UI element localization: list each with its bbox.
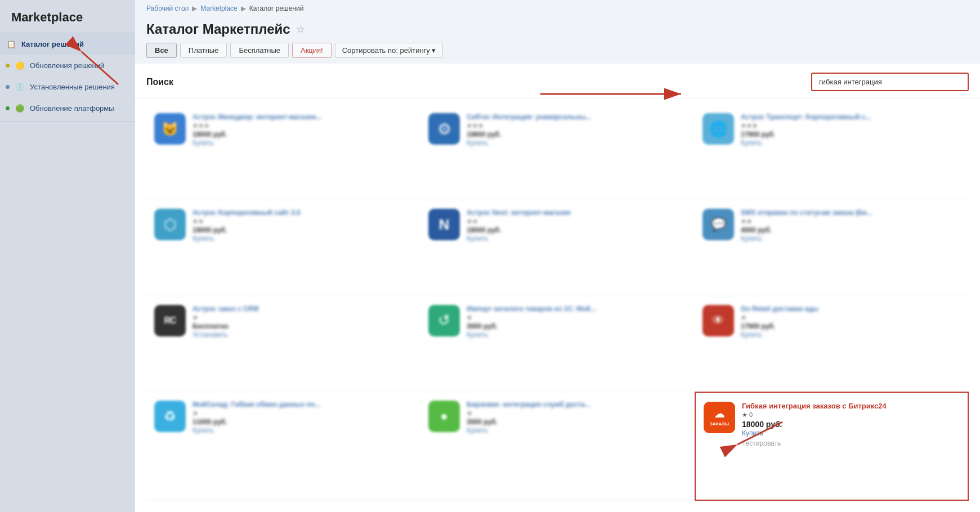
product-icon-5: N	[428, 209, 460, 240]
product-action-3[interactable]: Купить	[741, 139, 961, 147]
product-icon-10: ♻	[154, 401, 186, 432]
highlighted-icon-label: ЗАКАЗЫ	[710, 421, 729, 426]
updates-dot	[6, 64, 10, 68]
product-info-11: Бирзовик: интеграция служб доста... ★ 30…	[467, 401, 687, 434]
content-area: Поиск 😺 Астрос Менеджер: интернет-магази…	[135, 64, 980, 512]
product-icon-3: 🌐	[702, 113, 734, 145]
product-card-2[interactable]: ⚙ Сибтес Интеграция: универсальны... ★★★…	[420, 104, 695, 200]
sidebar-item-catalog[interactable]: 📋 Каталог решений	[0, 33, 135, 55]
highlighted-product-test[interactable]: Тестировать	[742, 439, 960, 447]
catalog-icon: 📋	[6, 38, 17, 50]
product-action-8[interactable]: Купить	[467, 331, 687, 339]
product-rating-6: ★★	[741, 218, 961, 225]
filter-promo-button[interactable]: Акция!	[292, 43, 332, 58]
product-card-1[interactable]: 😺 Астрос Менеджер: интернет-магазин... ★…	[146, 104, 420, 200]
product-info-3: Астрос Транспорт: Корпоративный с... ★★★…	[741, 113, 961, 147]
product-action-7[interactable]: Установить	[193, 331, 413, 339]
product-icon-7: RC	[154, 305, 186, 336]
product-card-3[interactable]: 🌐 Астрос Транспорт: Корпоративный с... ★…	[695, 104, 969, 200]
product-price-2: 19800 руб.	[467, 131, 687, 138]
product-action-11[interactable]: Купить	[467, 426, 687, 434]
main-content: Рабочий стол ▶ Marketplace ▶ Каталог реш…	[135, 0, 980, 512]
product-icon-8: ↺	[428, 305, 460, 336]
product-card-11[interactable]: ● Бирзовик: интеграция служб доста... ★ …	[420, 392, 695, 501]
product-info-9: Go Retail доставка еды ★ 17900 руб. Купи…	[741, 305, 961, 339]
product-action-6[interactable]: Купить	[741, 235, 961, 242]
sidebar: Marketplace 📋 Каталог решений 🟡 Обновлен…	[0, 0, 135, 512]
product-name-5: Астрос Next: интернет-магазин	[467, 209, 687, 217]
product-card-8[interactable]: ↺ Импорт каталога товаров из 1С: Мой... …	[420, 296, 695, 392]
product-rating-11: ★	[467, 410, 687, 417]
product-name-10: МойСклад: Гибкая обмен данных по...	[193, 401, 413, 408]
platform-icon: 🟢	[14, 102, 25, 114]
product-name-7: Астрос заказ с CRM	[193, 305, 413, 313]
highlighted-product-buy[interactable]: Купить	[742, 429, 960, 437]
sidebar-item-updates[interactable]: 🟡 Обновления решений	[0, 55, 135, 76]
product-card-5[interactable]: N Астрос Next: интернет-магазин ★★ 18000…	[420, 200, 695, 295]
sort-dropdown[interactable]: Сортировать по: рейтингу ▾	[335, 43, 444, 58]
product-card-9[interactable]: 👁 Go Retail доставка еды ★ 17900 руб. Ку…	[695, 296, 969, 392]
product-icon-4: ⬡	[154, 209, 186, 240]
product-price-6: 4000 руб.	[741, 226, 961, 234]
product-card-6[interactable]: 💬 SMS отправка по статусам заказа (Би...…	[695, 200, 969, 295]
product-icon-9: 👁	[702, 305, 734, 336]
breadcrumb: Рабочий стол ▶ Marketplace ▶ Каталог реш…	[135, 0, 980, 17]
product-action-9[interactable]: Купить	[741, 331, 961, 339]
sidebar-item-installed-label: Установленные решения	[30, 83, 115, 91]
product-action-4[interactable]: Купить	[193, 235, 413, 242]
product-name-11: Бирзовик: интеграция служб доста...	[467, 401, 687, 408]
product-info-7: Астрос заказ с CRM ★ Бесплатно Установит…	[193, 305, 413, 339]
sidebar-item-installed[interactable]: 💿 Установленные решения	[0, 76, 135, 97]
product-action-2[interactable]: Купить	[467, 139, 687, 147]
sidebar-item-platform-label: Обновление платформы	[30, 104, 114, 113]
product-card-10[interactable]: ♻ МойСклад: Гибкая обмен данных по... ★ …	[146, 392, 420, 501]
breadcrumb-current: Каталог решений	[249, 5, 304, 12]
product-name-4: Астрос Корпоративный сайт 3.0	[193, 209, 413, 217]
breadcrumb-sep1: ▶	[192, 5, 197, 12]
products-grid: 😺 Астрос Менеджер: интернет-магазин... ★…	[135, 98, 980, 512]
product-action-10[interactable]: Купить	[193, 426, 413, 434]
search-input[interactable]	[811, 73, 969, 91]
product-icon-2: ⚙	[428, 113, 460, 145]
sidebar-item-updates-label: Обновления решений	[30, 61, 104, 70]
highlighted-product-icon: ☁ ЗАКАЗЫ	[704, 402, 735, 433]
product-name-9: Go Retail доставка еды	[741, 305, 961, 313]
breadcrumb-marketplace[interactable]: Marketplace	[200, 5, 237, 12]
product-name-1: Астрос Менеджер: интернет-магазин...	[193, 113, 413, 121]
product-price-4: 18000 руб.	[193, 226, 413, 234]
search-label: Поиск	[146, 77, 173, 87]
product-icon-11: ●	[428, 401, 460, 432]
product-info-10: МойСклад: Гибкая обмен данных по... ★ 11…	[193, 401, 413, 434]
search-section: Поиск	[135, 64, 980, 98]
product-rating-8: ★	[467, 314, 687, 321]
sidebar-separator	[0, 121, 135, 122]
product-rating-9: ★	[741, 314, 961, 321]
platform-dot	[6, 106, 10, 110]
filter-all-button[interactable]: Все	[146, 43, 177, 58]
product-rating-4: ★★	[193, 218, 413, 225]
product-price-5: 18000 руб.	[467, 226, 687, 234]
filter-paid-button[interactable]: Платные	[180, 43, 227, 58]
product-action-5[interactable]: Купить	[467, 235, 687, 242]
highlighted-product-rating: ★ 0	[742, 411, 960, 419]
installed-dot	[6, 85, 10, 89]
product-action-1[interactable]: Купить	[193, 139, 413, 147]
product-price-1: 18000 руб.	[193, 131, 413, 138]
breadcrumb-home[interactable]: Рабочий стол	[146, 5, 189, 12]
breadcrumb-sep2: ▶	[241, 5, 246, 12]
product-price-3: 17900 руб.	[741, 131, 961, 138]
product-rating-5: ★★	[467, 218, 687, 225]
product-card-7[interactable]: RC Астрос заказ с CRM ★ Бесплатно Устано…	[146, 296, 420, 392]
product-price-8: 3000 руб.	[467, 322, 687, 330]
sidebar-item-platform[interactable]: 🟢 Обновление платформы	[0, 97, 135, 119]
filter-free-button[interactable]: Бесплатные	[230, 43, 289, 58]
installed-icon: 💿	[14, 81, 25, 92]
product-icon-1: 😺	[154, 113, 186, 145]
highlighted-product-info: Гибкая интеграция заказов с Битрикс24 ★ …	[742, 402, 960, 447]
highlighted-product-card[interactable]: ☁ ЗАКАЗЫ Гибкая интеграция заказов с Бит…	[695, 392, 969, 501]
highlighted-product-price: 18000 руб.	[742, 420, 960, 429]
favorite-star-icon[interactable]: ☆	[296, 23, 305, 35]
page-header: Каталог Маркетплейс ☆	[135, 17, 980, 43]
product-card-4[interactable]: ⬡ Астрос Корпоративный сайт 3.0 ★★ 18000…	[146, 200, 420, 295]
product-icon-6: 💬	[702, 209, 734, 240]
